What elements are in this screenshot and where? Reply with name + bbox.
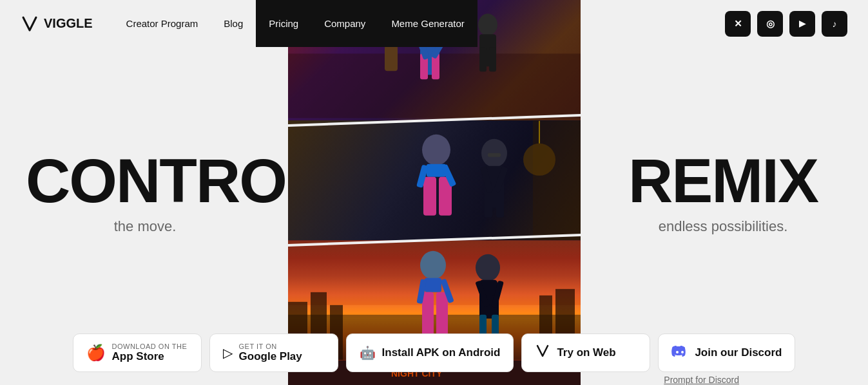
instagram-icon: ◎ (766, 18, 775, 30)
google-play-icon: ▷ (223, 345, 233, 361)
nav-links: Creator Program Blog Pricing Company Mem… (113, 0, 725, 47)
youtube-icon: ▶ (799, 19, 805, 28)
app-store-large: App Store (112, 350, 188, 363)
prompt-discord-text: Prompt for Discord (664, 375, 739, 385)
tiktok-button[interactable]: ♪ (822, 11, 847, 37)
svg-rect-30 (488, 153, 501, 157)
nav-meme-generator[interactable]: Meme Generator (378, 0, 477, 47)
viggle-web-icon (535, 343, 550, 362)
svg-rect-12 (489, 47, 496, 71)
try-web-text: Try on Web (557, 346, 615, 359)
viggle-logo-icon (21, 15, 39, 33)
svg-point-55 (681, 351, 684, 353)
try-web-button[interactable]: Try on Web (521, 333, 650, 372)
navbar: VIGGLE Creator Program Blog Pricing Comp… (0, 0, 868, 47)
install-apk-large: Install APK on Android (382, 346, 501, 359)
nav-blog[interactable]: Blog (211, 0, 256, 47)
logo-text: VIGGLE (44, 16, 93, 31)
svg-rect-15 (533, 121, 581, 240)
google-play-large: Google Play (239, 350, 302, 363)
right-subtitle: endless possibilities. (604, 218, 842, 235)
try-web-large: Try on Web (557, 346, 615, 359)
app-store-small: Download on the (112, 343, 188, 350)
social-icons: ✕ ◎ ▶ ♪ (725, 11, 847, 37)
svg-rect-40 (422, 292, 434, 337)
right-hero-text: REMIX endless possibilities. (591, 150, 868, 235)
nav-creator-program[interactable]: Creator Program (113, 0, 211, 47)
join-discord-button[interactable]: Join our Discord (658, 333, 795, 372)
tiktok-icon: ♪ (833, 19, 837, 29)
x-twitter-button[interactable]: ✕ (725, 11, 751, 37)
google-play-button[interactable]: ▷ GET IT ON Google Play (209, 333, 338, 372)
app-store-text: Download on the App Store (112, 343, 188, 363)
android-icon: 🤖 (360, 345, 376, 361)
discord-icon (671, 343, 688, 363)
logo[interactable]: VIGGLE (21, 15, 93, 33)
svg-rect-41 (436, 292, 448, 337)
apple-icon: 🍎 (86, 344, 106, 362)
instagram-button[interactable]: ◎ (757, 11, 783, 37)
panel2-figures (288, 120, 581, 241)
left-hero-text: CONTROL the move. (0, 150, 277, 235)
prompt-discord-link[interactable]: Prompt for Discord (664, 375, 739, 385)
join-discord-large: Join our Discord (695, 346, 782, 359)
join-discord-text: Join our Discord (695, 346, 782, 359)
left-title: CONTROL (26, 150, 264, 212)
svg-point-38 (420, 251, 446, 279)
nav-pricing[interactable]: Pricing (256, 0, 311, 47)
svg-point-54 (676, 351, 679, 353)
svg-point-16 (523, 144, 555, 176)
video-panel-2 (288, 120, 581, 241)
bottom-buttons: 🍎 Download on the App Store ▷ GET IT ON … (0, 333, 868, 372)
svg-rect-14 (385, 45, 398, 71)
install-apk-text: Install APK on Android (382, 346, 501, 359)
center-video-strip: LERNING (288, 0, 581, 385)
svg-rect-11 (479, 47, 487, 71)
left-subtitle: the move. (26, 218, 264, 235)
video-panels: LERNING (288, 0, 581, 361)
svg-rect-39 (425, 278, 441, 292)
svg-rect-20 (423, 177, 436, 216)
svg-point-18 (422, 135, 450, 165)
nav-company[interactable]: Company (311, 0, 378, 47)
right-title: REMIX (604, 150, 842, 212)
google-play-small: GET IT ON (239, 343, 302, 350)
install-apk-button[interactable]: 🤖 Install APK on Android (346, 333, 514, 372)
app-store-button[interactable]: 🍎 Download on the App Store (73, 333, 202, 372)
x-twitter-icon: ✕ (734, 18, 742, 30)
svg-point-44 (476, 254, 500, 281)
youtube-button[interactable]: ▶ (789, 11, 815, 37)
google-play-text: GET IT ON Google Play (239, 343, 302, 363)
